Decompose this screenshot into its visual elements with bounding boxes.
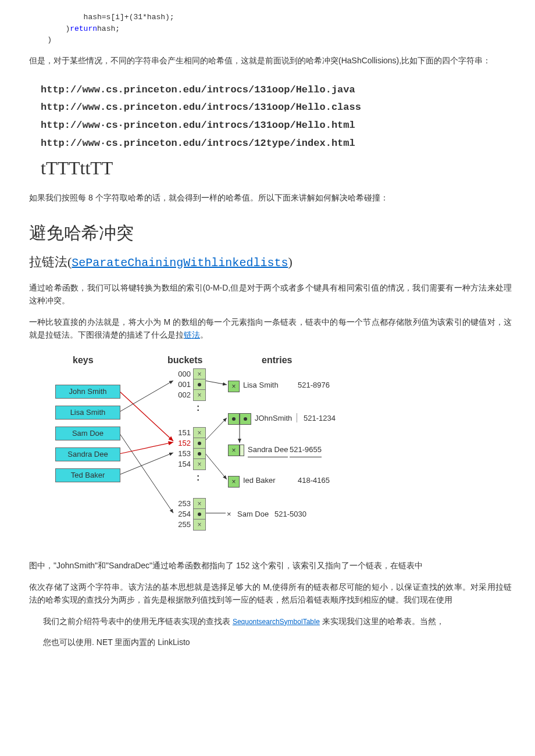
tt-line: tTTTttTT: [41, 153, 512, 183]
paragraph-body-1: 通过哈希函数，我们可以将键转换为数组的索引(0-M-D,但是对于两个或者多个键具…: [29, 281, 512, 307]
vdots-2: :: [197, 475, 199, 481]
code-line-1: hash=s[i]+(31*hash);: [29, 12, 512, 23]
paragraph-hash-note: 如果我们按照每 8 个字符取哈希的话，就会得到一样的哈希值。所以下面来讲解如何解…: [29, 191, 512, 204]
bucket-num-002: 002: [173, 389, 191, 402]
entry-sam-x: ×: [227, 508, 231, 521]
entry-sam-name: Sam Doe: [237, 508, 269, 521]
url-1: http://www.cs.princeton.edu/introcs/131o…: [41, 81, 512, 99]
svg-line-7: [205, 453, 227, 479]
bucket-num-255: 255: [173, 519, 191, 531]
entry-sandra-name: Sandra Dee: [248, 444, 288, 457]
para4-text-b: 。: [200, 330, 208, 339]
separate-chaining-diagram: keys buckets entries John Smith Lisa Smi…: [29, 353, 390, 550]
para4-text-a: 一种比较直接的办法就是，将大小为 M 的数组的每一个元素指向一条链表，链表中的每…: [29, 317, 512, 339]
link-chain-method[interactable]: 链法: [184, 330, 200, 339]
paragraph-intro: 但是，对于某些情况，不同的字符串会产生相同的哈希值，这就是前面说到的哈希冲突(H…: [29, 54, 512, 67]
col-head-entries: entries: [262, 353, 292, 368]
paragraph-diagram-caption: 图中，"JohnSmith"和"SandraDec"通过哈希函数都指向了 152…: [29, 559, 512, 572]
url-example-block: http://www.cs.princeton.edu/introcs/131o…: [41, 81, 512, 152]
code-line-3: ): [29, 34, 512, 46]
entry-john-name: JOhnSmith: [255, 413, 292, 425]
paragraph-body-5: 您也可以使用. NET 里面内置的 LinkListo: [43, 636, 512, 648]
entry-sandra-cell-thin: [240, 445, 244, 456]
bucket-cell-153: [193, 448, 206, 460]
col-head-keys: keys: [73, 353, 94, 368]
link-separate-chaining[interactable]: SeParateChainingWithlinkedlists: [72, 256, 288, 270]
key-sandra-dee: Sandra Dee: [55, 447, 120, 461]
svg-line-4: [119, 453, 173, 475]
svg-line-6: [205, 418, 227, 441]
bucket-cell-151: [193, 427, 206, 439]
bucket-cell-002: [193, 389, 206, 401]
para7-b: 来实现我们这里的哈希表。当然，: [320, 617, 444, 626]
url-3: http://www·cs·princeton.edu/introcs/131o…: [41, 117, 512, 135]
key-john-smith: John Smith: [55, 385, 120, 399]
bucket-cell-152: [193, 438, 206, 449]
bucket-cell-253: [193, 498, 206, 510]
entry-sandra-val: 521-9655: [290, 444, 322, 457]
code-tail: hash;: [97, 24, 120, 33]
section-title-avoid-collision: 避免哈希冲突: [29, 219, 512, 247]
svg-line-0: [119, 391, 173, 441]
code-line-2: )returnhash;: [29, 23, 512, 35]
bucket-cell-254: [193, 508, 206, 520]
para7-a: 我们之前介绍符号表中的使用无序链表实现的查找表: [43, 617, 233, 626]
entry-lisa-val: 521-8976: [298, 379, 330, 392]
key-lisa-smith: Lisa Smith: [55, 406, 120, 420]
url-2: http://www.cs.princeton.edu/introcs/131o…: [41, 99, 512, 117]
code-brace: ): [29, 24, 70, 33]
svg-line-5: [205, 381, 227, 385]
svg-line-3: [119, 442, 173, 454]
subsection-label: 拉链法: [29, 255, 67, 269]
key-ted-baker: Ted Baker: [55, 468, 120, 482]
svg-line-2: [119, 433, 173, 513]
keyword-return: return: [70, 24, 97, 33]
link-sequential-search[interactable]: SequontsearchSymbolTabIe: [233, 618, 320, 626]
url-4: http://www·cs.princeton.edu/introcs/12ty…: [41, 135, 512, 153]
entry-ted-name: Ied Baker: [243, 475, 276, 487]
entry-sandra-cell-1: [228, 445, 240, 456]
svg-line-1: [119, 381, 173, 412]
entry-sam-val: 521-5030: [274, 508, 306, 521]
bucket-cell-001: [193, 379, 206, 390]
entry-lisa-cell: [228, 381, 240, 392]
bucket-cell-000: [193, 368, 206, 380]
paragraph-body-4: 我们之前介绍符号表中的使用无序链表实现的查找表 SequontsearchSym…: [43, 615, 512, 628]
bucket-cell-255: [193, 519, 206, 531]
entry-ted-cell: [228, 476, 240, 488]
entry-john-divider: [297, 413, 297, 422]
entry-ted-val: 418-4165: [298, 475, 330, 487]
entry-john-cell-1: [228, 413, 240, 425]
entry-lisa-name: Lisa Smith: [243, 379, 279, 392]
paragraph-body-3: 依次存储了这两个字符串。该方法的基本思想就是选择足够大的 M,使得所有的链表都尽…: [29, 581, 512, 607]
paragraph-body-2: 一种比较直接的办法就是，将大小为 M 的数组的每一个元素指向一条链表，链表中的每…: [29, 316, 512, 342]
vdots-1: :: [197, 405, 199, 411]
bucket-cell-154: [193, 458, 206, 470]
entry-john-val: 521-1234: [304, 413, 336, 425]
key-sam-doe: Sam Doe: [55, 427, 120, 440]
subsection-separate-chaining: 拉链法(SeParateChainingWithlinkedlists): [29, 252, 512, 273]
bucket-num-154: 154: [173, 458, 191, 471]
col-head-buckets: buckets: [167, 353, 202, 368]
entry-john-cell-2: [240, 413, 251, 425]
